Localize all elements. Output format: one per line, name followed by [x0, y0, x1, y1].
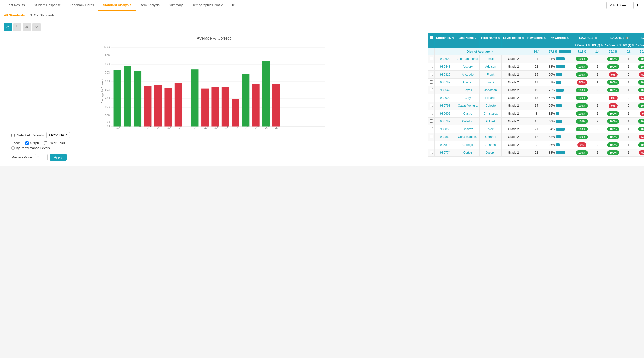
row-checkbox[interactable] — [428, 110, 435, 118]
graph-checkbox-label[interactable]: Graph — [25, 141, 39, 145]
row-student-id[interactable]: 989609 — [435, 55, 456, 63]
fullscreen-button[interactable]: ✕ Full Screen — [606, 2, 631, 9]
th-sub-pct-correct-1[interactable]: % Correct ⇅ — [573, 42, 591, 48]
row-student-id[interactable]: 986853 — [435, 125, 456, 133]
sub-tab-all-standards[interactable]: All Standards — [4, 13, 25, 18]
row-last-name[interactable]: Cornejo — [456, 141, 480, 149]
bar-2[interactable] — [134, 71, 141, 127]
row-last-name[interactable]: Boyas — [456, 86, 480, 94]
row-student-id[interactable]: 989774 — [435, 149, 456, 157]
th-la2rl1[interactable]: LA.2.RL.1 📋 — [573, 34, 604, 42]
th-raw-score[interactable]: Raw Score ⇅ — [526, 34, 547, 42]
expand-button[interactable]: ✕ — [32, 23, 41, 31]
row-last-name[interactable]: Celedon — [456, 118, 480, 125]
bar-5[interactable] — [164, 88, 172, 126]
sub-tab-stop-standards[interactable]: STOP Standards — [30, 13, 55, 18]
color-scale-checkbox[interactable] — [44, 141, 47, 145]
row-first-name[interactable]: Gilbert — [480, 118, 501, 125]
row-first-name[interactable]: Leslie — [480, 55, 501, 63]
row-checkbox[interactable] — [428, 71, 435, 79]
row-last-name[interactable]: Albarran Flores — [456, 55, 480, 63]
bar-6[interactable] — [175, 83, 182, 126]
row-checkbox[interactable] — [428, 102, 435, 110]
row-first-name[interactable]: Christialex — [480, 110, 501, 118]
bar-9[interactable] — [211, 87, 219, 126]
row-first-name[interactable]: Jonathan — [480, 86, 501, 94]
bar-15[interactable] — [272, 84, 280, 127]
color-scale-checkbox-label[interactable]: Color Scale — [44, 141, 65, 145]
bar-11[interactable] — [232, 99, 239, 127]
row-student-id[interactable]: 988099 — [435, 94, 456, 102]
row-last-name[interactable]: Alsbury — [456, 63, 480, 71]
th-level-tested[interactable]: Level Tested ⇅ — [501, 34, 526, 42]
settings-button[interactable]: ⚙ — [4, 23, 12, 31]
th-la2rl3[interactable]: LA.2.RL.3 📋 — [635, 34, 644, 42]
row-checkbox[interactable] — [428, 55, 435, 63]
row-last-name[interactable]: Coria Martinez — [456, 133, 480, 141]
row-last-name[interactable]: Alvarado — [456, 71, 480, 79]
row-student-id[interactable]: 986787 — [435, 79, 456, 86]
row-student-id[interactable]: 986798 — [435, 102, 456, 110]
th-sub-pct-correct-3[interactable]: % Correct ⇅ — [635, 42, 644, 48]
row-checkbox[interactable] — [428, 149, 435, 157]
tab-summary[interactable]: Summary — [164, 0, 187, 11]
mastery-input[interactable] — [35, 154, 48, 160]
bar-1[interactable] — [124, 66, 131, 126]
bar-3[interactable] — [144, 86, 152, 126]
row-first-name[interactable]: Arianna — [480, 141, 501, 149]
bar-4[interactable] — [154, 85, 162, 127]
row-checkbox[interactable] — [428, 63, 435, 71]
graph-checkbox[interactable] — [25, 141, 29, 145]
row-first-name[interactable]: Eduardo — [480, 94, 501, 102]
tab-ip[interactable]: IP — [228, 0, 240, 11]
row-last-name[interactable]: Cortez — [456, 149, 480, 157]
row-last-name[interactable]: Castro — [456, 110, 480, 118]
th-pct-correct[interactable]: % Correct ⇅ — [547, 34, 573, 42]
edit-button[interactable]: ✏ — [23, 23, 31, 31]
row-first-name[interactable]: Joseph — [480, 149, 501, 157]
by-performance-radio-label[interactable]: By Performance Levels — [11, 146, 416, 150]
th-sub-pct-correct-2[interactable]: % Correct ⇅ — [604, 42, 622, 48]
row-last-name[interactable]: Alvarez — [456, 79, 480, 86]
bar-12[interactable] — [242, 74, 250, 126]
row-first-name[interactable]: Addison — [480, 63, 501, 71]
apply-button[interactable]: Apply — [50, 154, 67, 161]
row-first-name[interactable]: Ignacio — [480, 79, 501, 86]
tab-student-response[interactable]: Student Response — [29, 0, 65, 11]
row-checkbox[interactable] — [428, 86, 435, 94]
row-student-id[interactable]: 989602 — [435, 110, 456, 118]
bar-7[interactable] — [191, 69, 199, 126]
bar-13[interactable] — [252, 84, 260, 127]
select-all-checkbox[interactable] — [11, 134, 15, 137]
row-student-id[interactable]: 989868 — [435, 133, 456, 141]
row-checkbox[interactable] — [428, 125, 435, 133]
row-student-id[interactable]: 989448 — [435, 63, 456, 71]
row-checkbox[interactable] — [428, 133, 435, 141]
row-checkbox[interactable] — [428, 79, 435, 86]
row-student-id[interactable]: 986819 — [435, 71, 456, 79]
th-first-name[interactable]: First Name ⇅ — [480, 34, 501, 42]
bar-8[interactable] — [201, 89, 209, 127]
tab-feedback-cards[interactable]: Feedback Cards — [65, 0, 98, 11]
tab-item-analysis[interactable]: Item Analysis — [136, 0, 164, 11]
bar-14[interactable] — [262, 61, 270, 126]
row-last-name[interactable]: Casas Ventura — [456, 102, 480, 110]
row-first-name[interactable]: Alex — [480, 125, 501, 133]
tab-test-results[interactable]: Test Results — [3, 0, 29, 11]
by-performance-radio[interactable] — [11, 146, 15, 150]
row-checkbox[interactable] — [428, 141, 435, 149]
row-checkbox[interactable] — [428, 94, 435, 102]
th-last-name[interactable]: Last Name ▲ — [456, 34, 480, 42]
tab-demographics-profile[interactable]: Demographics Profile — [187, 0, 227, 11]
row-first-name[interactable]: Gerardo — [480, 133, 501, 141]
th-la2rl2[interactable]: LA.2.RL.2 📋 — [604, 34, 635, 42]
row-last-name[interactable]: Chavez — [456, 125, 480, 133]
row-first-name[interactable]: Celeste — [480, 102, 501, 110]
row-student-id[interactable]: 989542 — [435, 86, 456, 94]
bar-0[interactable] — [114, 70, 121, 126]
download-button[interactable]: ⬇ — [633, 2, 641, 9]
select-all-label[interactable]: Select All Records — [17, 133, 44, 137]
th-sub-rs1-2[interactable]: RS (1) ⇅ — [622, 42, 635, 48]
th-student-id[interactable]: Student ID ⇅ — [435, 34, 456, 42]
row-student-id[interactable]: 986782 — [435, 118, 456, 125]
